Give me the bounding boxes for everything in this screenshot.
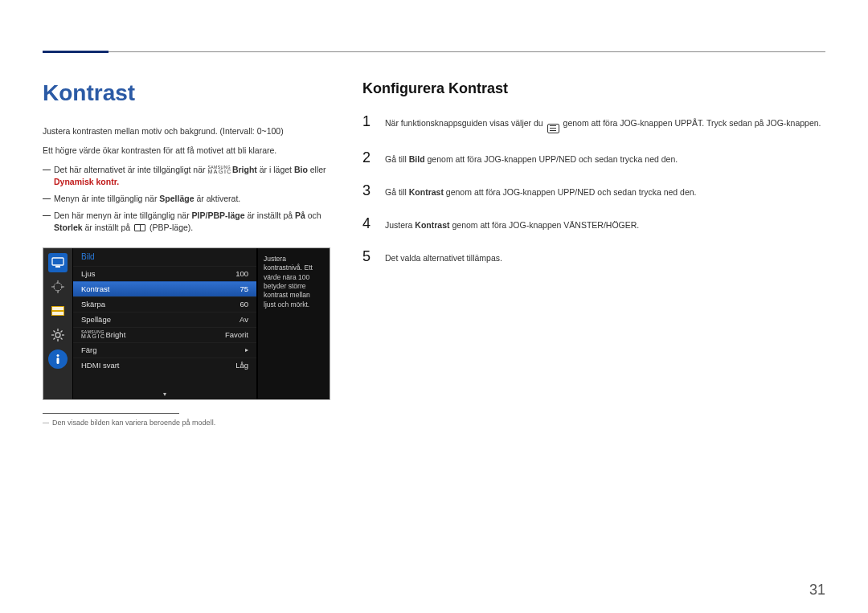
note-3-b3: Storlek xyxy=(54,223,83,232)
note-1: Det här alternativet är inte tillgänglig… xyxy=(43,164,330,188)
osd-icon-layout xyxy=(48,301,68,321)
step-3: 3 Gå till Kontrast genom att föra JOG-kn… xyxy=(362,182,825,199)
notes-list: Det här alternativet är inte tillgänglig… xyxy=(43,164,330,235)
footnote-rule xyxy=(43,413,179,414)
note-2-bold: Spelläge xyxy=(159,194,194,203)
page-title: Kontrast xyxy=(43,80,330,106)
svg-rect-9 xyxy=(52,312,63,315)
step-number: 4 xyxy=(362,215,374,232)
step-1-pre: När funktionsknappsguiden visas väljer d… xyxy=(385,118,546,128)
note-3-post2: (PBP-läge). xyxy=(147,223,193,232)
osd-row: Ljus100 xyxy=(73,266,256,281)
top-divider-accent xyxy=(43,51,108,53)
page-body: Kontrast Justera kontrasten mellan motiv… xyxy=(43,80,825,427)
osd-row-value: Av xyxy=(210,315,248,324)
osd-icon-gear xyxy=(48,325,68,345)
note-1-bright: Bright xyxy=(232,165,257,174)
osd-row-value-arrow: ▸ xyxy=(210,346,248,353)
left-column: Kontrast Justera kontrasten mellan motiv… xyxy=(43,80,330,427)
step-text: Det valda alternativet tillämpas. xyxy=(385,252,825,265)
osd-row: HDMI svartLåg xyxy=(73,358,256,373)
brand-bot: MAGIC xyxy=(207,169,231,174)
svg-rect-0 xyxy=(52,258,63,265)
osd-header: Bild xyxy=(73,248,256,266)
intro-para-1: Justera kontrasten mellan motiv och bakg… xyxy=(43,125,330,138)
osd-row-value: 60 xyxy=(210,300,248,309)
step-3-pre: Gå till xyxy=(385,187,409,197)
osd-row-value: 75 xyxy=(210,284,248,293)
note-2-pre: Menyn är inte tillgänglig när xyxy=(54,194,159,203)
step-number: 1 xyxy=(362,113,374,130)
osd-row-label: Skärpa xyxy=(81,300,210,309)
step-1: 1 När funktionsknappsguiden visas väljer… xyxy=(362,113,825,133)
samsung-magic-logo: SAMSUNGMAGIC xyxy=(207,166,231,174)
note-3-pre: Den här menyn är inte tillgänglig när xyxy=(54,210,192,220)
step-5: 5 Det valda alternativet tillämpas. xyxy=(362,248,825,265)
step-2-bold: Bild xyxy=(409,154,425,164)
step-number: 3 xyxy=(362,182,374,199)
step-2: 2 Gå till Bild genom att föra JOG-knappe… xyxy=(362,149,825,166)
note-3-mid1: är inställt på xyxy=(245,210,295,220)
osd-row-label: Färg xyxy=(81,345,210,354)
osd-sidebar xyxy=(43,248,72,399)
osd-rows: Ljus100 Kontrast75 Skärpa60 SpellägeAv S… xyxy=(73,266,256,373)
osd-row: SAMSUNGMAGICBright Favorit xyxy=(73,327,256,342)
page-number: 31 xyxy=(809,582,825,599)
osd-screenshot: Bild Ljus100 Kontrast75 Skärpa60 Spelläg… xyxy=(43,247,330,400)
svg-point-19 xyxy=(57,354,59,357)
right-column: Konfigurera Kontrast 1 När funktionsknap… xyxy=(362,80,825,427)
svg-point-10 xyxy=(55,333,60,337)
osd-icon-picture xyxy=(48,253,68,272)
osd-row-value: 100 xyxy=(210,269,248,278)
osd-icon-info xyxy=(48,349,68,369)
osd-row: Färg▸ xyxy=(73,342,256,358)
step-number: 2 xyxy=(362,149,374,166)
step-4-post: genom att föra JOG-knappen VÄNSTER/HÖGER… xyxy=(450,220,640,230)
note-2-post: är aktiverat. xyxy=(194,194,241,203)
step-1-post: genom att föra JOG-knappen UPPÅT. Tryck … xyxy=(561,118,821,128)
note-1-dyn: Dynamisk kontr. xyxy=(54,177,119,186)
samsung-magic-logo: SAMSUNGMAGIC xyxy=(81,331,105,339)
brand-bot: MAGIC xyxy=(81,333,105,339)
step-text: Gå till Bild genom att föra JOG-knappen … xyxy=(385,153,825,166)
note-3-b1: PIP/PBP-läge xyxy=(192,210,245,220)
top-divider xyxy=(43,51,825,52)
note-3-b2: På xyxy=(295,210,305,220)
note-1-text-pre: Det här alternativet är inte tillgänglig… xyxy=(54,165,207,174)
note-3-post1: är inställt på xyxy=(83,223,133,232)
osd-scroll-down-icon: ▾ xyxy=(163,390,166,398)
svg-line-16 xyxy=(61,337,63,339)
svg-rect-20 xyxy=(57,358,59,364)
osd-row: Skärpa60 xyxy=(73,296,256,312)
svg-point-2 xyxy=(54,283,62,291)
note-1-eller: eller xyxy=(308,165,326,174)
step-4-bold: Kontrast xyxy=(415,220,449,230)
step-4-pre: Justera xyxy=(385,220,415,230)
note-1-bio: Bio xyxy=(294,165,308,174)
svg-rect-8 xyxy=(52,307,63,310)
note-2: Menyn är inte tillgänglig när Spelläge ä… xyxy=(43,193,330,205)
svg-line-17 xyxy=(54,337,55,339)
footnote: Den visade bilden kan variera beroende p… xyxy=(43,419,330,427)
svg-rect-1 xyxy=(55,266,60,268)
step-text: Justera Kontrast genom att föra JOG-knap… xyxy=(385,219,825,232)
note-3-mid2: och xyxy=(305,210,321,220)
osd-help-panel: Justera kontrastnivå. Ett värde nära 100… xyxy=(257,248,330,399)
svg-line-15 xyxy=(54,330,55,332)
osd-row-label: SAMSUNGMAGICBright xyxy=(81,330,210,339)
step-3-bold: Kontrast xyxy=(409,187,444,197)
osd-row-selected: Kontrast75 xyxy=(73,281,256,296)
menu-icon xyxy=(547,124,559,133)
osd-row-label: Spelläge xyxy=(81,315,210,324)
pbp-icon xyxy=(134,224,145,231)
note-3: Den här menyn är inte tillgänglig när PI… xyxy=(43,210,330,234)
osd-row-label-suffix: Bright xyxy=(105,330,125,339)
step-number: 5 xyxy=(362,248,374,265)
osd-row-label: Ljus xyxy=(81,269,210,278)
step-2-pre: Gå till xyxy=(385,154,409,164)
step-text: Gå till Kontrast genom att föra JOG-knap… xyxy=(385,186,825,199)
step-3-post: genom att föra JOG-knappen UPP/NED och s… xyxy=(444,187,697,197)
osd-main-panel: Bild Ljus100 Kontrast75 Skärpa60 Spelläg… xyxy=(72,248,257,399)
osd-row-value: Favorit xyxy=(210,330,248,339)
osd-icon-target xyxy=(48,277,68,296)
